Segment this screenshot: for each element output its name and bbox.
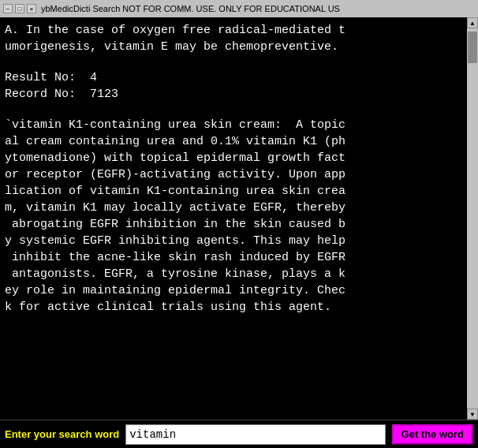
scrollbar[interactable]: ▲ ▼ xyxy=(467,17,478,420)
definition-text: `vitamin K1-containing urea skin cream: … xyxy=(5,117,461,315)
search-label: Enter your search word xyxy=(5,428,119,440)
scroll-up-button[interactable]: ▲ xyxy=(467,17,478,28)
minimize-button[interactable]: ─ xyxy=(3,4,13,13)
result-number: Result No: 4 xyxy=(5,69,461,86)
scrollbar-thumb[interactable] xyxy=(468,32,477,63)
content-block: A. In the case of oxygen free radical-me… xyxy=(5,22,473,315)
maximize-icon: □ xyxy=(18,6,22,13)
maximize-button[interactable]: □ xyxy=(15,4,24,13)
close-icon: ✕ xyxy=(30,6,34,13)
paragraph-intro: A. In the case of oxygen free radical-me… xyxy=(5,22,461,55)
search-input[interactable] xyxy=(125,424,385,445)
window-title: ybMedicDicti Search NOT FOR COMM. USE. O… xyxy=(41,4,475,13)
close-button[interactable]: ✕ xyxy=(27,4,36,13)
minimize-icon: ─ xyxy=(6,6,10,13)
scroll-down-icon: ▼ xyxy=(471,411,475,418)
record-number: Record No: 7123 xyxy=(5,86,461,103)
title-bar: ─ □ ✕ ybMedicDicti Search NOT FOR COMM. … xyxy=(0,0,478,17)
bottom-bar: Enter your search word Get the word xyxy=(0,420,478,448)
get-word-button[interactable]: Get the word xyxy=(392,424,473,445)
main-content-area: A. In the case of oxygen free radical-me… xyxy=(0,17,478,420)
scroll-down-button[interactable]: ▼ xyxy=(467,409,478,420)
scroll-up-icon: ▲ xyxy=(471,20,475,27)
window-controls[interactable]: ─ □ ✕ xyxy=(3,4,36,13)
